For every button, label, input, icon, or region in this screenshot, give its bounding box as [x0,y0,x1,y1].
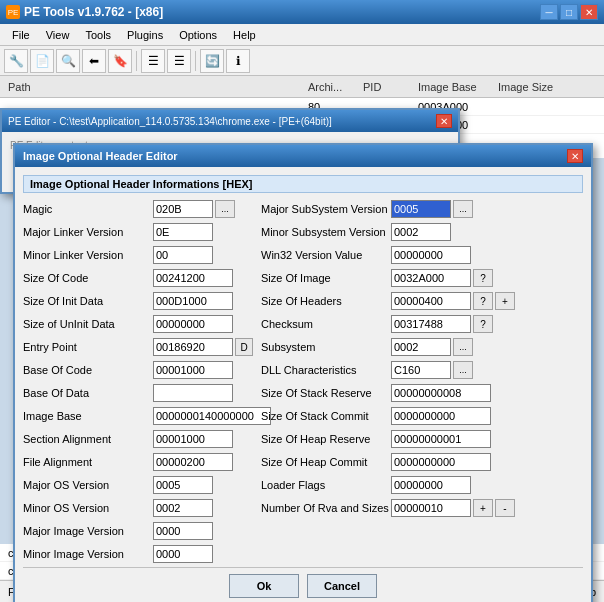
field-size-init: Size Of Init Data [23,291,253,311]
label-heap-reserve: Size Of Heap Reserve [261,433,391,445]
btn-magic-ellipsis[interactable]: ... [215,200,235,218]
input-minor-subsystem[interactable] [391,223,451,241]
input-heap-commit[interactable] [391,453,491,471]
menu-options[interactable]: Options [171,27,225,43]
menu-tools[interactable]: Tools [77,27,119,43]
minimize-button[interactable]: ─ [540,4,558,20]
label-minor-image: Minor Image Version [23,548,153,560]
field-win32-version: Win32 Version Value [261,245,583,265]
cancel-button[interactable]: Cancel [307,574,377,598]
input-image-base[interactable] [153,407,271,425]
input-section-align[interactable] [153,430,233,448]
label-checksum: Checksum [261,318,391,330]
input-checksum[interactable] [391,315,471,333]
input-minor-linker[interactable] [153,246,213,264]
field-stack-reserve: Size Of Stack Reserve [261,383,583,403]
toolbar-btn-8[interactable]: 🔄 [200,49,224,73]
menu-bar: File View Tools Plugins Options Help [0,24,604,46]
input-base-code[interactable] [153,361,233,379]
toolbar-btn-5[interactable]: 🔖 [108,49,132,73]
pe-editor-close-button[interactable]: ✕ [436,114,452,128]
label-entry-point: Entry Point [23,341,153,353]
app-icon: PE [6,5,20,19]
field-heap-reserve: Size Of Heap Reserve [261,429,583,449]
field-image-base: Image Base [23,406,253,426]
input-entry-point[interactable] [153,338,233,356]
field-size-code: Size Of Code [23,268,253,288]
col-imagesize: Image Size [498,81,578,93]
table-header: Path Archi... PID Image Base Image Size [0,76,604,98]
label-section-align: Section Alignment [23,433,153,445]
toolbar-btn-4[interactable]: ⬅ [82,49,106,73]
input-heap-reserve[interactable] [391,430,491,448]
input-major-subsystem[interactable] [391,200,451,218]
field-checksum: Checksum ? [261,314,583,334]
btn-size-headers-q[interactable]: ? [473,292,493,310]
btn-subsystem-ellipsis[interactable]: ... [453,338,473,356]
ok-button[interactable]: Ok [229,574,299,598]
menu-file[interactable]: File [4,27,38,43]
input-minor-os[interactable] [153,499,213,517]
label-file-align: File Alignment [23,456,153,468]
toolbar-btn-1[interactable]: 🔧 [4,49,28,73]
field-loader-flags: Loader Flags [261,475,583,495]
input-stack-commit[interactable] [391,407,491,425]
input-loader-flags[interactable] [391,476,471,494]
menu-help[interactable]: Help [225,27,264,43]
input-size-image[interactable] [391,269,471,287]
col-path: Path [8,81,308,93]
toolbar-btn-2[interactable]: 📄 [30,49,54,73]
field-heap-commit: Size Of Heap Commit [261,452,583,472]
field-size-image: Size Of Image ? [261,268,583,288]
label-heap-commit: Size Of Heap Commit [261,456,391,468]
input-stack-reserve[interactable] [391,384,491,402]
title-bar-controls: ─ □ ✕ [540,4,598,20]
input-subsystem[interactable] [391,338,451,356]
btn-major-subsystem-ellipsis[interactable]: ... [453,200,473,218]
btn-checksum-q[interactable]: ? [473,315,493,333]
input-major-image[interactable] [153,522,213,540]
label-size-image: Size Of Image [261,272,391,284]
close-button[interactable]: ✕ [580,4,598,20]
input-dll-char[interactable] [391,361,451,379]
btn-num-rva-plus[interactable]: + [473,499,493,517]
btn-dll-char-ellipsis[interactable]: ... [453,361,473,379]
toolbar-btn-6[interactable]: ☰ [141,49,165,73]
toolbar-btn-3[interactable]: 🔍 [56,49,80,73]
input-base-data[interactable] [153,384,233,402]
label-minor-os: Minor OS Version [23,502,153,514]
input-major-os[interactable] [153,476,213,494]
field-base-data: Base Of Data [23,383,253,403]
toolbar-btn-7[interactable]: ☰ [167,49,191,73]
input-size-uninit[interactable] [153,315,233,333]
field-minor-os: Minor OS Version [23,498,253,518]
field-major-os: Major OS Version [23,475,253,495]
col-pid: PID [363,81,418,93]
right-fields: Major SubSystem Version ... Minor Subsys… [261,199,583,567]
input-win32-version[interactable] [391,246,471,264]
title-bar: PE PE Tools v1.9.762 - [x86] ─ □ ✕ [0,0,604,24]
col-imagebase: Image Base [418,81,498,93]
toolbar-btn-9[interactable]: ℹ [226,49,250,73]
input-magic[interactable] [153,200,213,218]
btn-size-headers-plus[interactable]: + [495,292,515,310]
menu-view[interactable]: View [38,27,78,43]
field-entry-point: Entry Point D [23,337,253,357]
input-minor-image[interactable] [153,545,213,563]
btn-num-rva-minus[interactable]: - [495,499,515,517]
input-file-align[interactable] [153,453,233,471]
input-size-code[interactable] [153,269,233,287]
window-title: PE Tools v1.9.762 - [x86] [24,5,163,19]
field-minor-linker: Minor Linker Version [23,245,253,265]
input-size-headers[interactable] [391,292,471,310]
field-stack-commit: Size Of Stack Commit [261,406,583,426]
field-size-uninit: Size of UnInit Data [23,314,253,334]
maximize-button[interactable]: □ [560,4,578,20]
input-size-init[interactable] [153,292,233,310]
menu-plugins[interactable]: Plugins [119,27,171,43]
input-major-linker[interactable] [153,223,213,241]
btn-size-image-q[interactable]: ? [473,269,493,287]
header-editor-close-button[interactable]: ✕ [567,149,583,163]
btn-entry-point-d[interactable]: D [235,338,253,356]
input-num-rva[interactable] [391,499,471,517]
